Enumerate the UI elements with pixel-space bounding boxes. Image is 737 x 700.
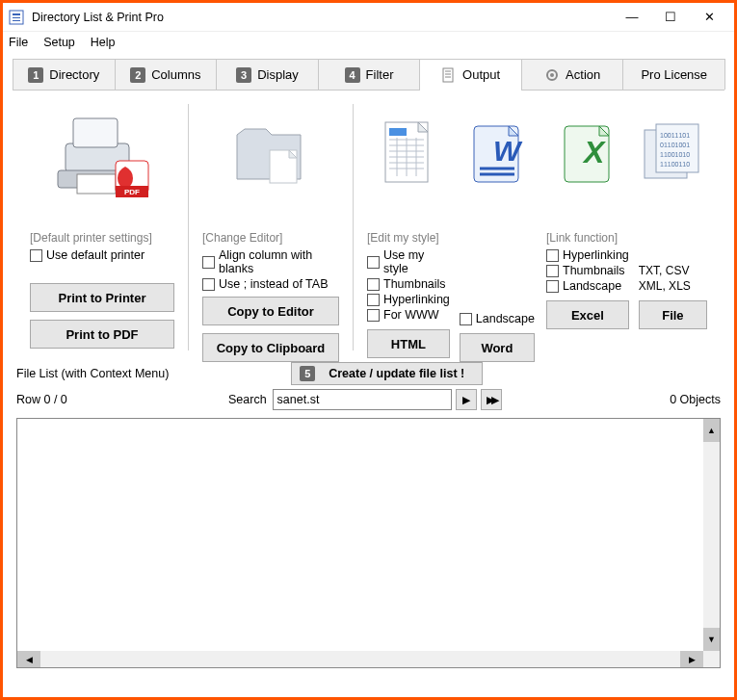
landscape-word-checkbox[interactable]: Landscape	[460, 312, 535, 325]
editor-column: [Change Editor] Align column with blanks…	[189, 100, 353, 354]
link-group-label: [Link function]	[546, 231, 629, 245]
file-binary-icon: 10011101 01101001 11001010 11100110	[639, 106, 707, 202]
output-panel: PDF [Default printer settings] Use defau…	[3, 91, 734, 362]
checkbox-icon	[30, 249, 42, 262]
file-list-label: File List (with Context Menu)	[16, 367, 169, 380]
html-button[interactable]: HTML	[367, 329, 450, 358]
html-doc-icon	[367, 106, 450, 202]
title-bar: Directory List & Print Pro — ☐ ✕	[3, 3, 734, 32]
checkbox-icon	[367, 278, 380, 291]
file-list-view[interactable]: ▲ ▼ ◀ ▶	[16, 418, 721, 668]
menu-bar: File Setup Help	[3, 32, 734, 53]
use-default-printer-checkbox[interactable]: Use default printer	[30, 248, 174, 262]
tab-columns[interactable]: 2 Columns	[115, 59, 218, 90]
gear-icon	[544, 67, 560, 83]
svg-text:PDF: PDF	[124, 188, 140, 196]
svg-rect-4	[443, 68, 453, 82]
copy-to-editor-button[interactable]: Copy to Editor	[202, 297, 339, 325]
search-fast-forward-button[interactable]: ▶▶	[481, 389, 502, 410]
tab-filter[interactable]: 4 Filter	[318, 59, 421, 90]
horizontal-scrollbar[interactable]: ◀ ▶	[17, 651, 703, 667]
print-to-printer-button[interactable]: Print to Printer	[30, 283, 174, 312]
use-semicolon-checkbox[interactable]: Use ; instead of TAB	[202, 277, 339, 291]
editor-group-label: [Change Editor]	[202, 231, 339, 245]
checkbox-icon	[202, 256, 215, 269]
tab-label: Action	[566, 67, 600, 82]
search-next-button[interactable]: ▶	[456, 389, 477, 410]
svg-text:11100110: 11100110	[660, 161, 690, 168]
menu-setup[interactable]: Setup	[43, 36, 75, 49]
excel-button[interactable]: Excel	[546, 300, 629, 329]
svg-rect-19	[389, 128, 407, 136]
scroll-corner	[703, 651, 720, 667]
svg-point-9	[550, 73, 554, 77]
scroll-up-icon: ▲	[703, 419, 720, 442]
scroll-down-icon: ▼	[703, 628, 720, 651]
print-to-pdf-button[interactable]: Print to PDF	[30, 320, 174, 349]
tab-number: 4	[345, 67, 360, 83]
tab-output[interactable]: Output	[419, 59, 522, 90]
checkbox-label: Use my style	[383, 248, 450, 275]
row-counter: Row 0 / 0	[16, 393, 228, 406]
checkbox-label: Hyperlinking	[383, 293, 450, 306]
minimize-button[interactable]: —	[613, 4, 651, 31]
checkbox-icon	[202, 278, 215, 291]
tab-number: 1	[28, 67, 43, 83]
step-number: 5	[300, 366, 315, 381]
tab-label: Columns	[151, 67, 200, 82]
vertical-scrollbar[interactable]: ▲ ▼	[703, 419, 720, 651]
checkbox-icon	[367, 256, 380, 269]
tab-label: Directory	[49, 67, 99, 82]
checkbox-icon	[546, 265, 559, 277]
maximize-button[interactable]: ☐	[651, 4, 690, 31]
tab-action[interactable]: Action	[521, 59, 624, 90]
create-update-file-list-button[interactable]: 5 Create / update file list !	[291, 362, 483, 385]
thumbnails-checkbox[interactable]: Thumbnails	[367, 277, 450, 291]
tab-label: Filter	[366, 67, 394, 82]
style-column: [Edit my style] Use my style Thumbnails …	[354, 100, 533, 354]
word-button[interactable]: Word	[460, 333, 535, 362]
menu-file[interactable]: File	[9, 36, 28, 49]
menu-help[interactable]: Help	[91, 36, 116, 49]
fast-forward-icon: ▶▶	[487, 394, 496, 406]
align-column-checkbox[interactable]: Align column with blanks	[202, 248, 339, 275]
link-thumbnails-checkbox[interactable]: Thumbnails	[546, 264, 629, 277]
for-www-checkbox[interactable]: For WWW	[367, 308, 450, 322]
tab-label: Display	[257, 67, 299, 82]
folder-icon	[202, 106, 339, 202]
app-icon	[9, 10, 24, 25]
printer-column: PDF [Default printer settings] Use defau…	[16, 100, 188, 354]
checkbox-label: Use default printer	[46, 248, 145, 262]
scroll-right-icon: ▶	[680, 651, 703, 667]
close-button[interactable]: ✕	[690, 4, 728, 31]
tab-pro-license[interactable]: Pro License	[622, 59, 725, 90]
svg-rect-11	[73, 118, 118, 147]
link-landscape-checkbox[interactable]: Landscape	[546, 279, 629, 293]
printer-group-label: [Default printer settings]	[30, 231, 174, 245]
use-my-style-checkbox[interactable]: Use my style	[367, 248, 450, 275]
checkbox-icon	[460, 313, 472, 325]
word-icon: W	[460, 106, 535, 202]
tab-directory[interactable]: 1 Directory	[13, 59, 116, 90]
checkbox-icon	[546, 280, 559, 293]
tab-display[interactable]: 3 Display	[216, 59, 319, 90]
style-group-label: [Edit my style]	[367, 231, 450, 245]
tab-label: Output	[462, 67, 500, 82]
search-input[interactable]	[273, 389, 452, 410]
svg-text:01101001: 01101001	[660, 142, 690, 148]
checkbox-label: Align column with blanks	[219, 248, 339, 275]
objects-count: 0 Objects	[670, 393, 721, 406]
window-title: Directory List & Print Pro	[32, 11, 613, 24]
svg-rect-2	[13, 17, 20, 18]
xml-xls-label: XML, XLS	[639, 279, 707, 293]
checkbox-label: For WWW	[383, 308, 439, 322]
search-label: Search	[228, 393, 267, 406]
document-icon	[441, 67, 457, 83]
hyperlinking-checkbox[interactable]: Hyperlinking	[367, 293, 450, 306]
file-button[interactable]: File	[639, 300, 707, 329]
checkbox-label: Thumbnails	[563, 264, 625, 277]
link-hyperlinking-checkbox[interactable]: Hyperlinking	[546, 248, 629, 262]
copy-to-clipboard-button[interactable]: Copy to Clipboard	[202, 333, 339, 362]
txt-csv-label: TXT, CSV	[639, 264, 707, 277]
button-label: Create / update file list !	[329, 367, 464, 380]
